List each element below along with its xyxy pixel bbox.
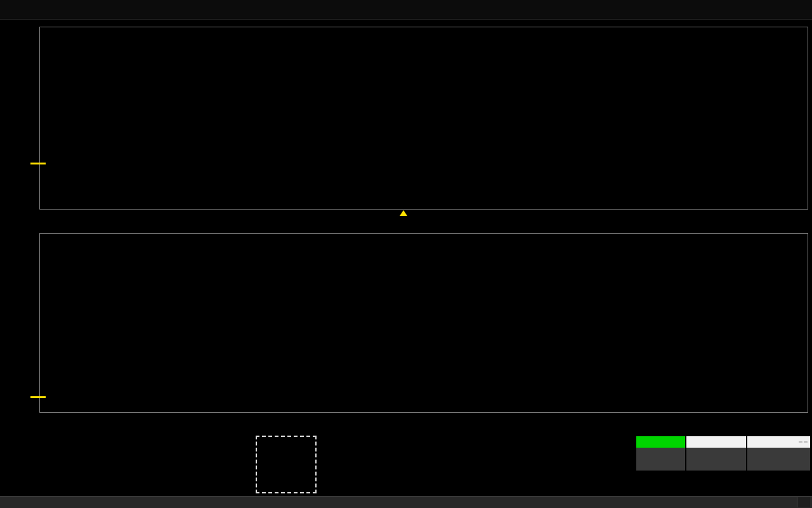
trigger-coupling-badge — [804, 441, 808, 443]
hd-bits — [636, 448, 685, 471]
z1-level-indicator — [30, 396, 46, 398]
trigger-header — [747, 436, 810, 448]
trigger-time-marker[interactable] — [400, 210, 407, 216]
timebase-sample-row — [686, 459, 746, 471]
hd-header — [636, 436, 685, 448]
grid1-x-axis — [39, 211, 808, 222]
trigger-mode-row — [747, 448, 810, 459]
grid2-x-axis — [39, 415, 808, 425]
hd-mode-box[interactable] — [636, 436, 685, 471]
main-graticule — [39, 27, 808, 210]
zoom-graticule — [39, 233, 808, 413]
grid2-y-axis — [0, 233, 36, 413]
trigger-box[interactable] — [747, 436, 810, 471]
zoom-graticule-canvas — [40, 234, 808, 412]
timebase-header — [686, 436, 746, 448]
trigger-kind-row — [747, 459, 810, 471]
timebase-box[interactable] — [686, 436, 746, 471]
status-bar — [0, 496, 812, 508]
timebase-scale-row — [686, 448, 746, 459]
main-graticule-canvas — [40, 27, 808, 209]
datetime-display — [797, 497, 810, 507]
menu-bar — [0, 0, 812, 20]
trigger-source-badge — [799, 441, 802, 443]
c1-level-indicator — [30, 163, 46, 164]
add-trace-button[interactable] — [256, 436, 317, 493]
grid1-y-axis — [0, 27, 36, 210]
